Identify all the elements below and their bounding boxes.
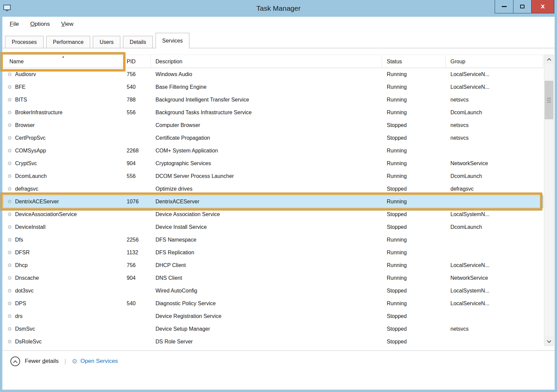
service-name-cell: ⚙ Dnscache: [3, 272, 123, 284]
service-description: Base Filtering Engine: [151, 81, 382, 93]
window-title: Task Manager: [0, 0, 557, 17]
service-row[interactable]: ⚙ DsmSvc Device Setup Manager Stopped ne…: [3, 323, 543, 335]
table-header: Name ▲ PID Description Status Group: [3, 55, 543, 68]
service-row[interactable]: ⚙ Browser Computer Browser Stopped netsv…: [3, 119, 543, 132]
service-gear-icon: ⚙: [6, 148, 13, 154]
tab-strip: Processes Performance Users Details Serv…: [2, 31, 555, 48]
open-services-link[interactable]: Open Services: [80, 358, 118, 365]
column-header-status[interactable]: Status: [382, 55, 446, 68]
service-row[interactable]: ⚙ BFE 540 Base Filtering Engine Running …: [3, 81, 543, 93]
service-name-cell: ⚙ COMSysApp: [3, 144, 123, 157]
service-status: Running: [382, 106, 446, 119]
service-pid: 540: [123, 81, 151, 93]
close-icon: x: [541, 2, 545, 11]
service-name: defragsvc: [15, 186, 38, 192]
tab-performance[interactable]: Performance: [46, 36, 90, 48]
service-name: Dhcp: [15, 262, 27, 268]
scroll-up-button[interactable]: [544, 55, 554, 64]
tab-services[interactable]: Services: [156, 33, 189, 49]
service-name-cell: ⚙ CryptSvc: [3, 157, 123, 170]
service-name: DcomLaunch: [15, 173, 47, 179]
column-header-pid[interactable]: PID: [123, 55, 151, 68]
service-row[interactable]: ⚙ COMSysApp 2268 COM+ System Application…: [3, 144, 543, 157]
service-row[interactable]: ⚙ BITS 788 Background Intelligent Transf…: [3, 93, 543, 106]
service-name-cell: ⚙ BrokerInfrastructure: [3, 106, 123, 119]
service-pid: 556: [123, 170, 151, 183]
task-manager-window: Task Manager x File Options View Process…: [0, 0, 557, 392]
service-group: [446, 144, 543, 157]
service-pid: [123, 335, 151, 346]
thumb-grip-icon: [547, 100, 551, 101]
service-status: Stopped: [382, 119, 446, 132]
minimize-button[interactable]: [495, 0, 513, 13]
vertical-scrollbar[interactable]: [544, 55, 554, 346]
fewer-details-label[interactable]: Fewer details: [25, 358, 59, 365]
service-row[interactable]: ⚙ Dnscache 904 DNS Client Running Networ…: [3, 272, 543, 284]
service-pid: 2256: [123, 234, 151, 246]
service-pid: [123, 323, 151, 335]
menu-item-file[interactable]: File: [10, 21, 19, 27]
service-row[interactable]: ⚙ DFSR 1132 DFS Replication Running: [3, 246, 543, 259]
maximize-button[interactable]: [513, 0, 531, 13]
tab-details[interactable]: Details: [123, 36, 153, 48]
maximize-icon: [520, 5, 524, 8]
service-gear-icon: ⚙: [6, 160, 13, 167]
service-gear-icon: ⚙: [6, 313, 13, 319]
service-row[interactable]: ⚙ Dfs 2256 DFS Namespace Running: [3, 234, 543, 246]
service-description: Device Install Service: [151, 221, 382, 234]
service-row[interactable]: ⚙ DcomLaunch 556 DCOM Server Process Lau…: [3, 170, 543, 183]
fewer-details-button[interactable]: [10, 356, 20, 366]
scrollbar-track[interactable]: [544, 64, 554, 336]
service-row[interactable]: ⚙ Dhcp 756 DHCP Client Running LocalServ…: [3, 259, 543, 272]
service-name-cell: ⚙ BITS: [3, 93, 123, 106]
service-row[interactable]: ⚙ Audiosrv 756 Windows Audio Running Loc…: [3, 68, 543, 81]
service-group: NetworkService: [446, 272, 543, 284]
service-name: DPS: [15, 301, 26, 307]
service-description: Certificate Propagation: [151, 132, 382, 144]
service-row[interactable]: ⚙ BrokerInfrastructure 556 Background Ta…: [3, 106, 543, 119]
service-description: Background Tasks Infrastructure Service: [151, 106, 382, 119]
service-name-cell: ⚙ drs: [3, 310, 123, 323]
service-description: Computer Browser: [151, 119, 382, 132]
menu-item-options[interactable]: Options: [30, 21, 50, 27]
service-row[interactable]: ⚙ DeviceAssociationService Device Associ…: [3, 208, 543, 221]
service-pid: 904: [123, 157, 151, 170]
service-description: DFS Namespace: [151, 234, 382, 246]
service-pid: 788: [123, 93, 151, 106]
service-status: Stopped: [382, 323, 446, 335]
service-status: Running: [382, 195, 446, 208]
service-status: Stopped: [382, 221, 446, 234]
service-pid: 1132: [123, 246, 151, 259]
service-name: drs: [15, 313, 22, 319]
service-pid: 556: [123, 106, 151, 119]
close-button[interactable]: x: [531, 0, 554, 13]
service-description: DHCP Client: [151, 259, 382, 272]
service-row[interactable]: ⚙ CertPropSvc Certificate Propagation St…: [3, 132, 543, 144]
service-group: [446, 246, 543, 259]
service-description: DCOM Server Process Launcher: [151, 170, 382, 183]
service-gear-icon: ⚙: [6, 211, 13, 217]
service-row[interactable]: ⚙ drs Device Registration Service Stoppe…: [3, 310, 543, 323]
service-pid: 904: [123, 272, 151, 284]
column-header-group[interactable]: Group: [446, 55, 543, 68]
service-gear-icon: ⚙: [6, 110, 13, 116]
service-row[interactable]: ⚙ DPS 540 Diagnostic Policy Service Runn…: [3, 297, 543, 310]
service-description: DentrixACEServer: [151, 195, 382, 208]
tab-processes[interactable]: Processes: [5, 36, 44, 48]
service-row[interactable]: ⚙ DsRoleSvc DS Role Server Stopped: [3, 335, 543, 346]
service-row[interactable]: ⚙ DeviceInstall Device Install Service S…: [3, 221, 543, 234]
service-name: Dnscache: [15, 275, 39, 281]
service-gear-icon: ⚙: [6, 237, 13, 243]
scroll-down-button[interactable]: [544, 336, 554, 346]
column-header-name[interactable]: Name ▲: [3, 55, 123, 68]
service-row[interactable]: ⚙ DentrixACEServer 1076 DentrixACEServer…: [3, 195, 543, 208]
column-header-description[interactable]: Description: [151, 55, 382, 68]
service-description: DNS Client: [151, 272, 382, 284]
service-name: BITS: [15, 97, 27, 103]
tab-users[interactable]: Users: [93, 36, 120, 48]
service-row[interactable]: ⚙ dot3svc Wired AutoConfig Stopped Local…: [3, 284, 543, 297]
scrollbar-thumb[interactable]: [545, 81, 553, 119]
service-row[interactable]: ⚙ CryptSvc 904 Cryptographic Services Ru…: [3, 157, 543, 170]
service-row[interactable]: ⚙ defragsvc Optimize drives Stopped defr…: [3, 183, 543, 195]
menu-item-view[interactable]: View: [61, 21, 73, 27]
